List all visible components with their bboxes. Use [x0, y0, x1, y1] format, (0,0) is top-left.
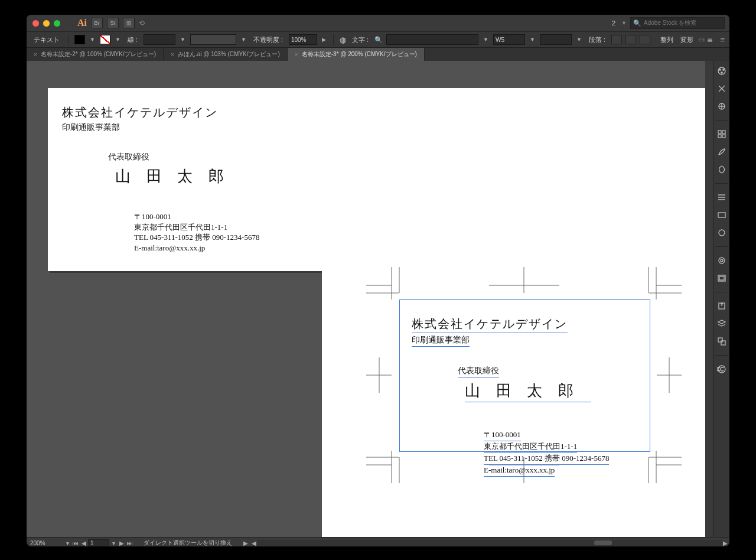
last-page-icon[interactable]: ⏭	[126, 540, 134, 546]
cc-icon[interactable]	[716, 364, 727, 375]
prev-page-icon[interactable]: ◀	[80, 540, 88, 546]
department[interactable]: 印刷通販事業部	[412, 335, 470, 347]
brush-field[interactable]	[190, 34, 236, 45]
hint-play-icon[interactable]: ▶	[242, 540, 250, 546]
svg-rect-30	[722, 131, 725, 134]
contact-block[interactable]: 〒100-0001 東京都千代田区千代田1-1-1 TEL 045-311-10…	[484, 429, 609, 477]
stroke-label: 線 :	[125, 35, 140, 44]
artboards-icon[interactable]	[716, 336, 727, 347]
pref-icon[interactable]: ▭	[698, 35, 705, 44]
next-page-icon[interactable]: ▶	[118, 540, 126, 546]
vertical-scrollbar[interactable]	[705, 61, 713, 537]
tab-0[interactable]: ×名称未設定-2* @ 100% (CMYK/プレビュー)	[27, 48, 164, 61]
color-guide-icon[interactable]	[716, 83, 727, 94]
chevron-down-icon[interactable]: ▼	[89, 37, 96, 43]
transparency-icon[interactable]	[716, 227, 727, 238]
job-title: 代表取締役	[108, 152, 309, 162]
company-name: 株式会社イケテルデザイン	[62, 105, 309, 121]
app-logo: Ai	[77, 18, 87, 28]
graphic-styles-icon[interactable]	[716, 273, 727, 284]
canvas[interactable]: 株式会社イケテルデザイン 印刷通販事業部 代表取締役 山 田 太 郎 〒100-…	[27, 61, 705, 537]
chevron-down-icon[interactable]: ▾	[109, 540, 118, 546]
mode-label: テキスト	[31, 35, 62, 44]
align-left-icon[interactable]	[611, 35, 622, 44]
brushes-icon[interactable]	[716, 146, 727, 157]
close-icon[interactable]: ×	[34, 51, 37, 58]
layers-icon[interactable]	[716, 318, 727, 329]
minimize-button[interactable]	[43, 20, 50, 27]
person-name: 山 田 太 郎	[115, 166, 309, 187]
symbols-icon[interactable]	[716, 164, 727, 175]
chevron-down-icon[interactable]: ▾	[63, 540, 71, 546]
char-label: 文字 :	[350, 35, 371, 44]
opacity-more[interactable]: ▶	[321, 37, 327, 43]
swatches-icon[interactable]	[716, 129, 727, 139]
svg-rect-31	[718, 135, 721, 138]
library-icon[interactable]	[716, 101, 727, 112]
svg-point-36	[721, 259, 723, 262]
svg-point-42	[718, 366, 725, 373]
color-panel-icon[interactable]	[716, 66, 727, 76]
stroke-weight-field[interactable]	[144, 34, 175, 45]
person-name[interactable]: 山 田 太 郎	[465, 380, 591, 402]
search-icon: 🔍	[633, 19, 641, 27]
appearance-icon[interactable]	[716, 255, 727, 266]
page-field[interactable]: 1	[88, 539, 109, 547]
tab-1[interactable]: ×みほん.ai @ 103% (CMYK/プレビュー)	[164, 48, 288, 61]
chevron-down-icon[interactable]: ▼	[114, 37, 122, 43]
card-layout-editable[interactable]: 株式会社イケテルデザイン 印刷通販事業部 代表取締役 山 田 太 郎 〒100-…	[412, 316, 609, 477]
company-name[interactable]: 株式会社イケテルデザイン	[412, 316, 568, 333]
close-icon[interactable]: ×	[171, 51, 174, 58]
gpu-icon[interactable]: ⟲	[139, 19, 145, 27]
svg-point-27	[721, 72, 722, 73]
svg-rect-41	[721, 341, 725, 345]
chevron-down-icon[interactable]: ▼	[621, 20, 627, 26]
svg-point-25	[719, 69, 721, 70]
zoom-field[interactable]: 200%	[27, 540, 63, 546]
recolor-icon[interactable]: ◍	[340, 35, 346, 44]
svg-point-34	[719, 230, 725, 236]
tab-2[interactable]: ×名称未設定-3* @ 200% (CMYK/プレビュー)	[288, 48, 425, 61]
svg-rect-29	[718, 131, 721, 134]
job-title[interactable]: 代表取締役	[458, 366, 499, 377]
opacity-field[interactable]: 100%	[289, 34, 317, 45]
align-panel-label[interactable]: 整列	[658, 35, 676, 44]
close-icon[interactable]: ×	[295, 51, 298, 58]
stock-icon[interactable]: St	[107, 18, 119, 28]
artboard-1: 株式会社イケテルデザイン 印刷通販事業部 代表取締役 山 田 太 郎 〒100-…	[48, 88, 323, 271]
contact-block: 〒100-0001 東京都千代田区千代田1-1-1 TEL 045-311-10…	[134, 211, 309, 253]
char-search-icon[interactable]: 🔍	[374, 36, 383, 44]
align-center-icon[interactable]	[625, 35, 636, 44]
stock-placeholder: Adobe Stock を検索	[644, 19, 696, 27]
export-icon[interactable]	[716, 301, 727, 311]
document-tabs: ×名称未設定-2* @ 100% (CMYK/プレビュー) ×みほん.ai @ …	[27, 48, 729, 61]
transform-panel-label[interactable]: 変形	[678, 35, 696, 44]
pref-icon2[interactable]: ≣	[707, 35, 713, 44]
menu-icon[interactable]: ≡	[720, 35, 725, 44]
zoom-button[interactable]	[54, 20, 60, 27]
stroke-swatch[interactable]	[100, 35, 110, 44]
stroke-panel-icon[interactable]	[716, 192, 727, 203]
stock-search-input[interactable]: 🔍 Adobe Stock を検索	[630, 17, 725, 29]
opacity-label: 不透明度 :	[251, 35, 285, 44]
department: 印刷通販事業部	[62, 122, 309, 133]
font-weight-field[interactable]: W5	[493, 34, 525, 45]
font-size-field[interactable]	[540, 34, 572, 45]
close-button[interactable]	[32, 20, 39, 27]
align-right-icon[interactable]	[640, 35, 650, 44]
font-family-field[interactable]	[386, 34, 478, 45]
svg-rect-33	[718, 213, 725, 217]
para-label: 段落 :	[586, 35, 608, 44]
svg-point-35	[719, 258, 725, 263]
horizontal-scrollbar[interactable]	[258, 540, 722, 546]
bridge-icon[interactable]: Br	[91, 18, 103, 28]
status-hint: ダイレクト選択ツールを切り換え	[134, 539, 242, 546]
gradient-icon[interactable]	[716, 210, 727, 220]
right-panel-dock	[713, 61, 729, 537]
svg-rect-38	[719, 276, 724, 280]
arrange-icon[interactable]: ▥	[123, 18, 135, 28]
fill-swatch[interactable]	[74, 35, 85, 44]
artboard-2: 株式会社イケテルデザイン 印刷通販事業部 代表取締役 山 田 太 郎 〒100-…	[322, 88, 705, 537]
first-page-icon[interactable]: ⏮	[71, 540, 80, 546]
svg-point-26	[723, 69, 724, 70]
